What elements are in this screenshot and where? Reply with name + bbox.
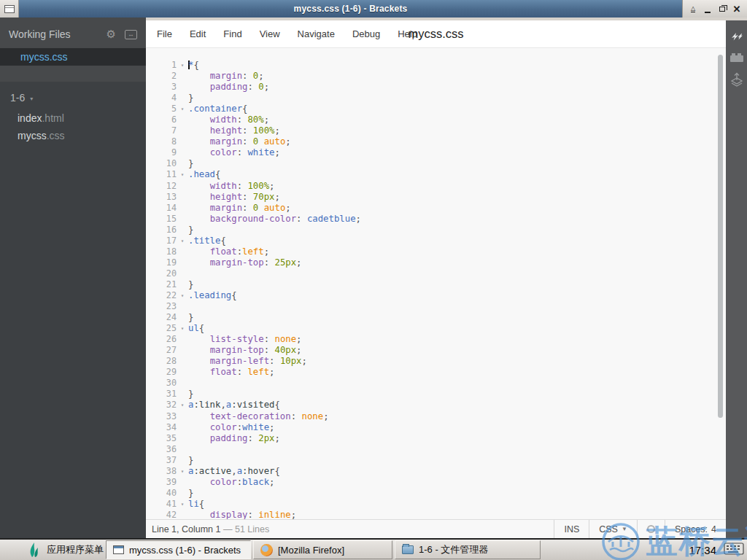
code-line[interactable]: 9 color: white; [146, 147, 726, 158]
fold-arrow-icon[interactable] [177, 82, 188, 93]
fold-arrow-icon[interactable] [177, 192, 188, 203]
fold-arrow-icon[interactable]: ▾ [177, 60, 188, 71]
gear-icon[interactable]: ⚙ [107, 28, 116, 41]
fold-arrow-icon[interactable] [177, 488, 188, 499]
fold-arrow-icon[interactable] [177, 301, 188, 312]
fold-arrow-icon[interactable] [177, 225, 188, 236]
menu-debug[interactable]: Debug [351, 26, 382, 42]
tree-file[interactable]: mycss.css [0, 127, 146, 144]
fold-arrow-icon[interactable] [177, 158, 188, 169]
code-line[interactable]: 15 background-color: cadetblue; [146, 214, 726, 225]
code-line[interactable]: 2 margin: 0; [146, 71, 726, 82]
code-line[interactable]: 39 color:black; [146, 477, 726, 488]
code-line[interactable]: 23 [146, 301, 726, 312]
fold-arrow-icon[interactable] [177, 279, 188, 290]
applications-menu-button[interactable]: 应用程序菜单 [0, 540, 104, 560]
keyboard-layout-icon[interactable] [724, 541, 744, 559]
editor-scrollbar[interactable] [718, 55, 723, 418]
indent-setting[interactable]: Spaces: 4 [665, 520, 726, 538]
menu-edit[interactable]: Edit [188, 26, 207, 42]
menu-view[interactable]: View [258, 26, 282, 42]
fold-arrow-icon[interactable]: ▾ [177, 236, 188, 246]
split-view-icon[interactable]: ↔ [125, 30, 137, 39]
fold-arrow-icon[interactable] [177, 455, 188, 466]
fold-arrow-icon[interactable]: ▾ [177, 400, 188, 411]
fold-arrow-icon[interactable]: ▾ [177, 104, 188, 114]
code-line[interactable]: 13 height: 70px; [146, 192, 726, 203]
menu-find[interactable]: Find [222, 26, 243, 42]
taskbar-button-file-manager[interactable]: 1-6 - 文件管理器 [395, 540, 541, 559]
fold-arrow-icon[interactable]: ▾ [177, 169, 188, 180]
code-line[interactable]: 25▾ul{ [146, 323, 726, 334]
fold-arrow-icon[interactable] [177, 181, 188, 192]
fold-arrow-icon[interactable] [177, 367, 188, 378]
code-area[interactable]: 1▾*{2 margin: 0;3 padding: 0;4}5▾.contai… [146, 48, 726, 519]
code-line[interactable]: 35 padding: 2px; [146, 433, 726, 444]
code-line[interactable]: 1▾*{ [146, 60, 726, 71]
fold-arrow-icon[interactable] [177, 510, 188, 519]
code-line[interactable]: 6 width: 80%; [146, 114, 726, 125]
code-line[interactable]: 20 [146, 268, 726, 279]
fold-arrow-icon[interactable] [177, 203, 188, 214]
fold-arrow-icon[interactable] [177, 389, 188, 400]
code-line[interactable]: 7 height: 100%; [146, 125, 726, 136]
fold-arrow-icon[interactable] [177, 433, 188, 444]
fold-arrow-icon[interactable] [177, 378, 188, 389]
code-line[interactable]: 42 display: inline; [146, 510, 726, 519]
code-line[interactable]: 12 width: 100%; [146, 181, 726, 192]
fold-arrow-icon[interactable] [177, 136, 188, 147]
fold-arrow-icon[interactable] [177, 345, 188, 356]
project-dropdown[interactable]: 1-6 ▾ [0, 82, 146, 104]
code-line[interactable]: 22▾.leading{ [146, 290, 726, 301]
fold-arrow-icon[interactable] [177, 477, 188, 488]
code-line[interactable]: 27 margin-top: 40px; [146, 345, 726, 356]
fold-arrow-icon[interactable] [177, 312, 188, 323]
fold-arrow-icon[interactable] [177, 422, 188, 433]
code-line[interactable]: 18 float:left; [146, 246, 726, 257]
code-line[interactable]: 5▾.container{ [146, 104, 726, 114]
code-line[interactable]: 38▾a:active,a:hover{ [146, 466, 726, 477]
fold-arrow-icon[interactable] [177, 356, 188, 367]
code-line[interactable]: 29 float: left; [146, 367, 726, 378]
fold-arrow-icon[interactable] [177, 114, 188, 125]
taskbar-button-brackets[interactable]: mycss.css (1-6) - Brackets [106, 540, 251, 559]
layers-export-icon[interactable] [729, 71, 744, 88]
restore-button[interactable] [716, 2, 728, 15]
fold-arrow-icon[interactable] [177, 257, 188, 268]
fold-arrow-icon[interactable] [177, 444, 188, 455]
menu-navigate[interactable]: Navigate [296, 26, 336, 42]
code-line[interactable]: 17▾.title{ [146, 236, 726, 246]
fold-arrow-icon[interactable]: ▾ [177, 466, 188, 477]
code-line[interactable]: 19 margin-top: 25px; [146, 257, 726, 268]
shade-button[interactable]: △ [687, 2, 699, 15]
code-line[interactable]: 16} [146, 225, 726, 236]
code-line[interactable]: 10} [146, 158, 726, 169]
lint-status[interactable] [637, 520, 665, 538]
minimize-button[interactable] [702, 2, 713, 15]
code-line[interactable]: 8 margin: 0 auto; [146, 136, 726, 147]
live-preview-icon[interactable] [730, 30, 743, 43]
fold-arrow-icon[interactable]: ▾ [177, 323, 188, 334]
close-button[interactable]: ✕ [731, 2, 743, 15]
code-line[interactable]: 31} [146, 389, 726, 400]
language-selector[interactable]: CSS ▼ [589, 520, 637, 538]
extension-manager-icon[interactable] [730, 55, 743, 62]
fold-arrow-icon[interactable] [177, 93, 188, 104]
fold-arrow-icon[interactable] [177, 125, 188, 136]
code-line[interactable]: 3 padding: 0; [146, 82, 726, 93]
code-line[interactable]: 30 [146, 378, 726, 389]
fold-arrow-icon[interactable] [177, 334, 188, 345]
code-line[interactable]: 24} [146, 312, 726, 323]
working-file-active[interactable]: mycss.css [0, 48, 146, 66]
code-line[interactable]: 40} [146, 488, 726, 499]
code-line[interactable]: 37} [146, 455, 726, 466]
code-line[interactable]: 14 margin: 0 auto; [146, 203, 726, 214]
fold-arrow-icon[interactable] [177, 147, 188, 158]
menu-file[interactable]: File [155, 26, 174, 42]
code-line[interactable]: 33 text-decoration: none; [146, 411, 726, 422]
fold-arrow-icon[interactable] [177, 268, 188, 279]
code-line[interactable]: 41▾li{ [146, 499, 726, 510]
fold-arrow-icon[interactable]: ▾ [177, 290, 188, 301]
code-line[interactable]: 34 color:white; [146, 422, 726, 433]
code-line[interactable]: 26 list-style: none; [146, 334, 726, 345]
